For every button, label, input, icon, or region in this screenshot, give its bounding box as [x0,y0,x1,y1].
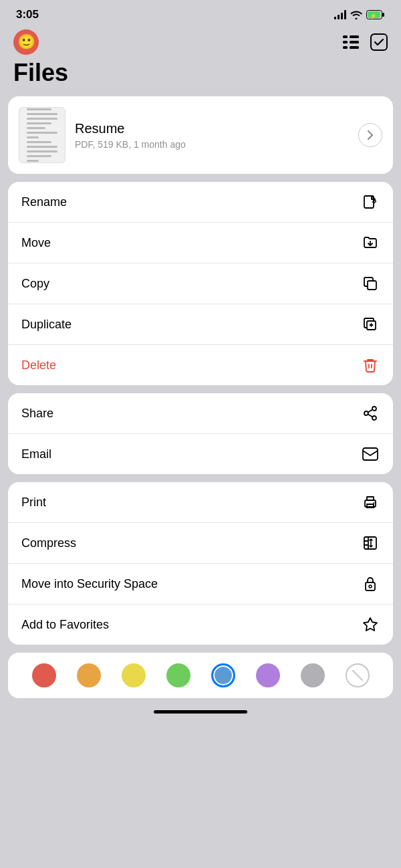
svg-rect-4 [350,35,359,38]
list-view-button[interactable] [342,35,360,49]
rename-icon [361,193,380,211]
compress-icon [361,534,380,552]
duplicate-icon [361,315,380,334]
color-gray[interactable] [301,663,325,687]
print-label: Print [21,496,46,510]
file-name: Resume [75,121,349,136]
share-icon [361,404,380,423]
svg-rect-14 [363,448,378,460]
menu-group-3: Print Compress Move into [8,482,393,645]
svg-line-20 [353,671,362,680]
delete-icon [361,356,380,374]
color-palette [8,653,393,698]
color-purple[interactable] [256,663,280,687]
compress-label: Compress [21,536,76,550]
security-menu-item[interactable]: Move into Security Space [8,564,393,605]
file-chevron-button[interactable] [358,123,382,147]
color-orange[interactable] [77,663,101,687]
svg-rect-8 [343,41,348,43]
email-label: Email [21,447,51,461]
svg-point-16 [374,502,375,504]
compress-menu-item[interactable]: Compress [8,523,393,564]
status-bar: 3:05 ⚡ [0,0,401,27]
svg-rect-18 [366,582,375,590]
svg-rect-12 [368,281,376,290]
security-icon [361,574,380,593]
duplicate-label: Duplicate [21,318,72,332]
email-menu-item[interactable]: Email [8,434,393,474]
home-indicator [0,703,401,719]
duplicate-menu-item[interactable]: Duplicate [8,304,393,345]
copy-menu-item[interactable]: Copy [8,263,393,304]
color-green[interactable] [166,663,190,687]
select-button[interactable] [370,33,388,51]
svg-point-19 [369,585,372,588]
wifi-icon [350,10,362,19]
move-menu-item[interactable]: Move [8,223,393,263]
context-menu: Resume PDF, 519 KB, 1 month ago Rename [8,96,393,698]
svg-rect-7 [343,35,348,38]
color-red[interactable] [32,663,56,687]
svg-text:⚡: ⚡ [370,12,378,19]
menu-group-1: Rename Move Copy [8,182,393,385]
email-icon [361,445,380,463]
header-actions [342,33,388,51]
delete-menu-item[interactable]: Delete [8,345,393,385]
copy-label: Copy [21,277,49,291]
color-none[interactable] [346,663,370,687]
rename-menu-item[interactable]: Rename [8,182,393,223]
page-title: Files [0,55,401,96]
copy-icon [361,274,380,293]
color-blue[interactable] [211,663,235,687]
move-label: Move [21,236,51,250]
file-meta: PDF, 519 KB, 1 month ago [75,139,349,150]
favorites-icon [361,615,380,634]
share-menu-item[interactable]: Share [8,393,393,434]
file-header-card: Resume PDF, 519 KB, 1 month ago [8,96,393,174]
status-time: 3:05 [16,8,39,21]
svg-rect-6 [350,46,359,49]
status-icons: ⚡ [334,10,385,19]
color-yellow[interactable] [122,663,146,687]
signal-icon [334,10,346,19]
app-header: 🙂 [0,27,401,55]
menu-group-2: Share Email [8,393,393,474]
file-thumbnail [19,107,65,163]
share-label: Share [21,407,53,421]
app-logo-face: 🙂 [17,33,35,51]
print-icon [361,493,380,512]
print-menu-item[interactable]: Print [8,482,393,523]
app-logo: 🙂 [13,29,39,55]
svg-rect-5 [350,41,359,43]
favorites-label: Add to Favorites [21,618,109,632]
file-info: Resume PDF, 519 KB, 1 month ago [75,121,349,150]
svg-rect-1 [382,13,384,17]
svg-rect-10 [371,34,387,50]
rename-label: Rename [21,195,67,209]
svg-rect-17 [364,537,376,549]
security-label: Move into Security Space [21,577,158,591]
favorites-menu-item[interactable]: Add to Favorites [8,605,393,645]
delete-label: Delete [21,358,56,372]
svg-rect-9 [343,46,348,49]
move-icon [361,233,380,252]
home-bar [154,710,247,714]
battery-icon: ⚡ [366,10,385,19]
